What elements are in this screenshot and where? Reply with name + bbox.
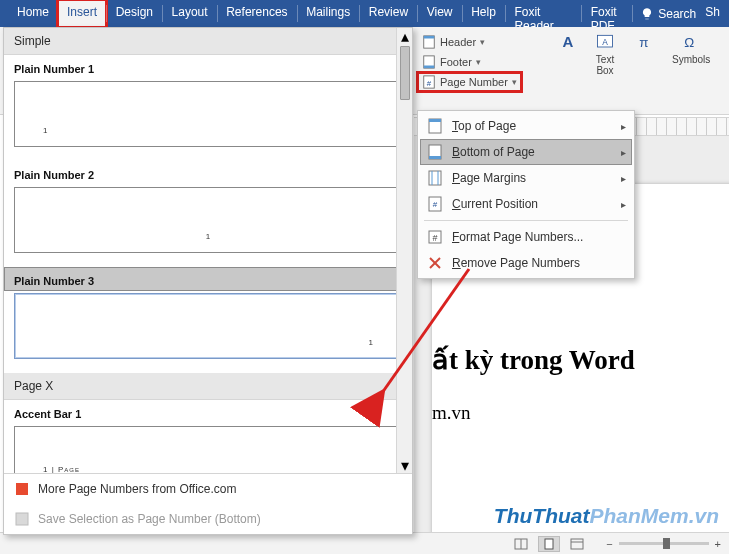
svg-text:A: A — [602, 37, 608, 47]
save-selection-label: Save Selection as Page Number (Bottom) — [38, 512, 261, 526]
share-button[interactable]: Sh — [696, 0, 729, 27]
text-box-button[interactable]: A Text Box — [595, 31, 615, 76]
page-number-label: Page Number — [440, 76, 508, 88]
bottom-of-page-icon — [427, 144, 443, 160]
symbols-button[interactable]: Ω Symbols — [672, 31, 710, 65]
tell-me-search[interactable]: Search — [632, 0, 696, 27]
header-label: Header — [440, 36, 476, 48]
format-page-numbers-label: Format Page Numbers... — [452, 230, 626, 244]
doc-line-fragment: m.vn — [432, 402, 729, 424]
menu-format-page-numbers[interactable]: # Format Page Numbers... — [420, 224, 632, 250]
gallery-item-plain-1[interactable]: Plain Number 1 1 — [4, 55, 412, 147]
more-page-numbers-label: More Page Numbers from Office.com — [38, 482, 237, 496]
lightbulb-icon — [640, 7, 654, 21]
text-box-label: Text Box — [596, 54, 614, 76]
symbols-label: Symbols — [672, 54, 710, 65]
equation-split[interactable]: π — [636, 31, 656, 53]
menu-current-position[interactable]: # Current Position▸ — [420, 191, 632, 217]
zoom-slider[interactable] — [619, 542, 709, 545]
menu-bottom-of-page[interactable]: Bottom of Page▸ — [420, 139, 632, 165]
gallery-item-title: Plain Number 3 — [4, 267, 412, 291]
save-icon — [14, 511, 30, 527]
office-icon — [14, 481, 30, 497]
wordart-split[interactable]: A — [560, 31, 580, 53]
svg-text:Ω: Ω — [685, 35, 695, 50]
page-margins-icon — [427, 170, 443, 186]
header-dropdown[interactable]: Header▾ — [418, 33, 521, 51]
header-footer-group: Header▾ Footer▾ # Page Number▾ — [414, 27, 525, 97]
svg-text:#: # — [432, 233, 437, 243]
tab-foxit-pdf[interactable]: Foxit PDF — [582, 0, 632, 27]
svg-rect-3 — [424, 66, 435, 69]
svg-rect-14 — [429, 119, 441, 122]
svg-rect-17 — [429, 171, 441, 185]
svg-rect-16 — [429, 156, 441, 159]
print-layout-button[interactable] — [538, 536, 560, 552]
remove-page-numbers-label: Remove Page Numbers — [452, 256, 626, 270]
header-icon — [422, 35, 436, 49]
top-of-page-icon — [427, 118, 443, 134]
tab-help[interactable]: Help — [462, 0, 505, 27]
footer-dropdown[interactable]: Footer▾ — [418, 53, 521, 71]
page-number-menu: Top of Page▸ Bottom of Page▸ Page Margin… — [417, 110, 635, 279]
footer-icon — [422, 55, 436, 69]
read-mode-button[interactable] — [510, 536, 532, 552]
search-placeholder: Search — [658, 7, 696, 21]
page-number-icon: # — [422, 75, 436, 89]
gallery-item-title: Accent Bar 1 — [4, 400, 412, 424]
ribbon-tabs: Home Insert Design Layout References Mai… — [0, 0, 729, 27]
gallery-item-plain-3[interactable]: Plain Number 3 1 — [4, 267, 412, 359]
gallery-item-accent-bar-1[interactable]: Accent Bar 1 1 | Page — [4, 400, 412, 473]
gallery-item-title: Plain Number 1 — [4, 55, 412, 79]
svg-rect-12 — [16, 513, 28, 525]
svg-rect-11 — [16, 483, 28, 495]
tab-design[interactable]: Design — [107, 0, 162, 27]
equation-icon: π — [636, 31, 656, 53]
text-box-icon: A — [595, 31, 615, 53]
scroll-down-button[interactable]: ▾ — [397, 457, 412, 473]
save-selection-page-number: Save Selection as Page Number (Bottom) — [4, 504, 412, 534]
tab-layout[interactable]: Layout — [163, 0, 217, 27]
zoom-in-button[interactable]: + — [715, 538, 721, 550]
tab-insert[interactable]: Insert — [58, 0, 106, 27]
page-number-gallery: Simple Plain Number 1 1 Plain Number 2 1… — [3, 27, 413, 535]
svg-rect-29 — [545, 539, 553, 549]
tab-references[interactable]: References — [217, 0, 296, 27]
svg-rect-30 — [571, 539, 583, 549]
current-position-icon: # — [427, 196, 443, 212]
menu-top-of-page[interactable]: Top of Page▸ — [420, 113, 632, 139]
doc-heading-fragment: ất kỳ trong Word — [432, 344, 729, 376]
status-bar: − + — [0, 532, 729, 554]
gallery-section-simple: Simple — [4, 28, 412, 55]
svg-text:#: # — [427, 79, 432, 88]
more-page-numbers[interactable]: More Page Numbers from Office.com — [4, 474, 412, 504]
gallery-scrollbar[interactable]: ▴ ▾ — [396, 28, 412, 473]
svg-text:#: # — [433, 200, 438, 209]
svg-text:π: π — [639, 35, 648, 50]
format-numbers-icon: # — [427, 229, 443, 245]
tab-foxit-reader-pdf[interactable]: Foxit Reader PDF — [505, 0, 581, 27]
scroll-thumb[interactable] — [400, 46, 410, 100]
menu-remove-page-numbers[interactable]: Remove Page Numbers — [420, 250, 632, 276]
web-layout-button[interactable] — [566, 536, 588, 552]
svg-text:A: A — [563, 33, 574, 50]
page-number-dropdown[interactable]: # Page Number▾ — [418, 73, 521, 91]
wordart-icon: A — [560, 31, 580, 53]
menu-page-margins[interactable]: Page Margins▸ — [420, 165, 632, 191]
tab-mailings[interactable]: Mailings — [297, 0, 359, 27]
tab-review[interactable]: Review — [360, 0, 417, 27]
gallery-item-plain-2[interactable]: Plain Number 2 1 — [4, 161, 412, 253]
zoom-out-button[interactable]: − — [606, 538, 612, 550]
tab-view[interactable]: View — [418, 0, 462, 27]
symbol-icon: Ω — [681, 31, 701, 53]
gallery-item-title: Plain Number 2 — [4, 161, 412, 185]
remove-numbers-icon — [427, 255, 443, 271]
scroll-up-button[interactable]: ▴ — [397, 28, 412, 44]
gallery-section-pagex: Page X — [4, 373, 412, 400]
svg-rect-1 — [424, 36, 435, 39]
footer-label: Footer — [440, 56, 472, 68]
tab-home[interactable]: Home — [8, 0, 58, 27]
